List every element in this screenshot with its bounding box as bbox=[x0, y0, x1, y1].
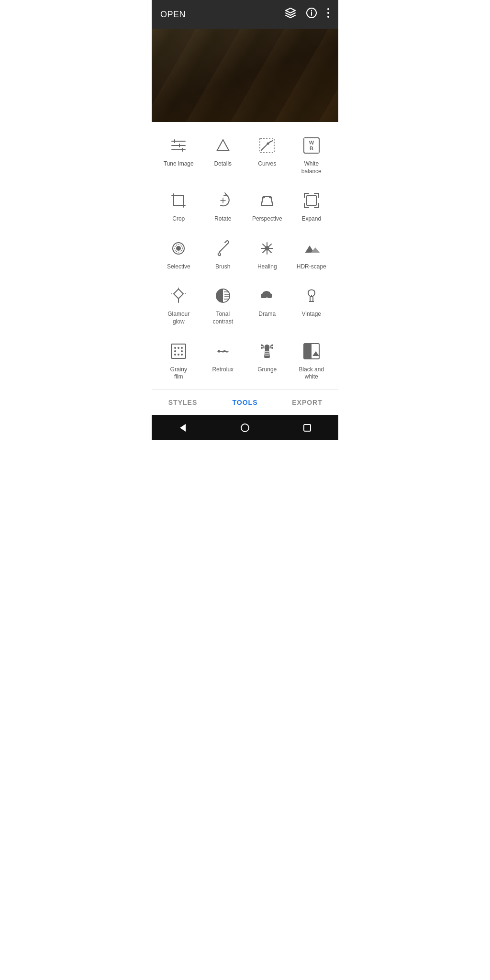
healing-icon bbox=[257, 238, 277, 258]
selective-label: Selective bbox=[167, 263, 190, 271]
top-bar: OPEN bbox=[152, 0, 338, 29]
tool-white-balance[interactable]: W B Whitebalance bbox=[290, 127, 334, 182]
image-preview bbox=[152, 29, 338, 122]
tune-image-icon bbox=[168, 135, 189, 156]
glamour-glow-icon bbox=[168, 286, 189, 306]
tool-black-and-white[interactable]: Black andwhite bbox=[290, 333, 334, 388]
svg-marker-71 bbox=[312, 351, 319, 356]
tab-tools[interactable]: TOOLS bbox=[214, 390, 276, 415]
drama-icon bbox=[257, 286, 277, 306]
brush-icon bbox=[213, 238, 233, 258]
svg-rect-36 bbox=[303, 253, 320, 255]
tool-tonal-contrast[interactable]: Tonalcontrast bbox=[201, 277, 245, 332]
rotate-icon bbox=[213, 190, 233, 211]
svg-point-51 bbox=[174, 347, 176, 349]
hdr-scape-label: HDR-scape bbox=[297, 263, 326, 271]
details-label: Details bbox=[214, 160, 232, 168]
svg-point-63 bbox=[261, 344, 263, 346]
tool-rotate[interactable]: Rotate bbox=[201, 182, 245, 230]
expand-label: Expand bbox=[301, 215, 321, 223]
svg-point-67 bbox=[261, 347, 263, 349]
black-and-white-label: Black andwhite bbox=[299, 366, 324, 381]
tool-crop[interactable]: Crop bbox=[156, 182, 201, 230]
grainy-film-icon bbox=[168, 341, 189, 361]
svg-point-73 bbox=[241, 424, 249, 432]
tool-retrolux[interactable]: Retrolux bbox=[201, 333, 245, 388]
tool-hdr-scape[interactable]: HDR-scape bbox=[290, 230, 334, 278]
crop-label: Crop bbox=[172, 215, 185, 223]
grunge-label: Grunge bbox=[257, 366, 277, 374]
black-and-white-icon bbox=[301, 341, 322, 361]
svg-point-58 bbox=[181, 354, 183, 356]
rotate-label: Rotate bbox=[214, 215, 231, 223]
details-icon bbox=[213, 135, 233, 156]
svg-point-57 bbox=[178, 354, 179, 356]
tool-healing[interactable]: Healing bbox=[245, 230, 290, 278]
svg-marker-12 bbox=[217, 140, 229, 150]
retrolux-icon bbox=[213, 341, 233, 361]
tool-grunge[interactable]: Grunge bbox=[245, 333, 290, 388]
crop-icon bbox=[168, 190, 189, 211]
tune-image-label: Tune image bbox=[164, 160, 194, 168]
tool-glamour-glow[interactable]: Glamourglow bbox=[156, 277, 201, 332]
perspective-label: Perspective bbox=[252, 215, 282, 223]
bottom-tabs: STYLES TOOLS EXPORT bbox=[152, 390, 338, 415]
svg-point-54 bbox=[174, 350, 176, 352]
layers-icon[interactable] bbox=[285, 7, 296, 22]
tool-tune-image[interactable]: Tune image bbox=[156, 127, 201, 182]
retrolux-label: Retrolux bbox=[212, 366, 234, 374]
glamour-glow-label: Glamourglow bbox=[167, 311, 189, 325]
svg-point-5 bbox=[327, 16, 329, 18]
svg-point-65 bbox=[271, 344, 273, 346]
tools-area: Tune image Details Curves bbox=[152, 122, 338, 388]
svg-point-2 bbox=[311, 10, 312, 11]
more-icon[interactable] bbox=[327, 7, 330, 22]
healing-label: Healing bbox=[257, 263, 277, 271]
perspective-icon bbox=[257, 190, 277, 211]
back-button[interactable] bbox=[177, 422, 189, 434]
grainy-film-label: Grainyfilm bbox=[170, 366, 187, 381]
tool-drama[interactable]: Drama bbox=[245, 277, 290, 332]
svg-point-56 bbox=[174, 354, 176, 356]
curves-label: Curves bbox=[258, 160, 276, 168]
tool-grainy-film[interactable]: Grainyfilm bbox=[156, 333, 201, 388]
svg-point-14 bbox=[267, 143, 269, 145]
tool-selective[interactable]: Selective bbox=[156, 230, 201, 278]
info-icon[interactable] bbox=[306, 7, 317, 22]
svg-point-52 bbox=[178, 347, 179, 349]
svg-rect-24 bbox=[307, 196, 316, 205]
white-balance-icon: W B bbox=[301, 135, 322, 156]
tab-styles[interactable]: STYLES bbox=[152, 390, 214, 415]
selective-icon bbox=[168, 238, 189, 258]
expand-icon bbox=[301, 190, 322, 211]
tool-perspective[interactable]: Perspective bbox=[245, 182, 290, 230]
svg-point-69 bbox=[271, 347, 273, 349]
tool-details[interactable]: Details bbox=[201, 127, 245, 182]
svg-point-26 bbox=[177, 246, 180, 250]
svg-marker-72 bbox=[180, 424, 186, 432]
tool-expand[interactable]: Expand bbox=[290, 182, 334, 230]
tab-export[interactable]: EXPORT bbox=[276, 390, 338, 415]
svg-marker-37 bbox=[174, 289, 183, 299]
svg-text:W: W bbox=[309, 140, 314, 145]
home-button[interactable] bbox=[239, 422, 251, 434]
svg-point-3 bbox=[327, 8, 329, 10]
tool-brush[interactable]: Brush bbox=[201, 230, 245, 278]
system-nav-bar bbox=[152, 415, 338, 440]
hdr-scape-icon bbox=[301, 238, 322, 258]
tonal-contrast-icon bbox=[213, 286, 233, 306]
svg-rect-74 bbox=[304, 424, 311, 431]
svg-line-28 bbox=[219, 245, 227, 252]
brush-label: Brush bbox=[215, 263, 230, 271]
vintage-icon bbox=[301, 286, 322, 306]
tool-vintage[interactable]: Vintage bbox=[290, 277, 334, 332]
svg-point-55 bbox=[181, 350, 183, 352]
svg-text:B: B bbox=[310, 145, 313, 151]
svg-rect-50 bbox=[171, 344, 186, 358]
open-button[interactable]: OPEN bbox=[160, 10, 186, 20]
recents-button[interactable] bbox=[301, 422, 313, 434]
svg-point-53 bbox=[181, 347, 183, 349]
vintage-label: Vintage bbox=[302, 311, 321, 318]
grunge-icon bbox=[257, 341, 277, 361]
tool-curves[interactable]: Curves bbox=[245, 127, 290, 182]
